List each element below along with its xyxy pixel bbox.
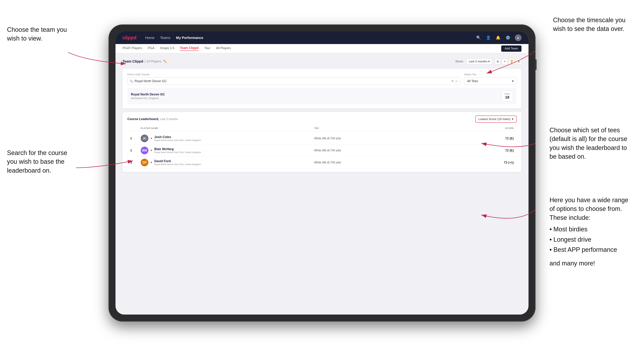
leaderboard-title: Course Leaderboard, — [128, 117, 159, 121]
tab-bar: PGAT Players PGA Hcaps 1-5 Team Clippd T… — [116, 44, 528, 53]
player-avatar-3: DF — [141, 159, 148, 166]
search-row: Find a Golf Course 🔍 ✕ ☆ Select Tee All … — [128, 73, 516, 85]
tab-pgat-players[interactable]: PGAT Players — [122, 46, 142, 51]
player-name-cell-1: Josh Coles Royal North Devon Golf Club, … — [154, 135, 201, 142]
leaderboard-header: Course Leaderboard, Last 3 months Lowest… — [128, 116, 516, 123]
grid-view-icon[interactable]: ⊞ — [495, 59, 500, 64]
table-row: 1 BM ♥ Blair McHarg Royal North Devon Go… — [128, 145, 516, 157]
player-count: | 14 Players — [145, 60, 161, 63]
content-area: Team Clippd | 14 Players ✏️ Show: Last 3… — [116, 53, 528, 177]
list-view-icon[interactable]: ≡ — [502, 59, 508, 64]
score-value-3: 73 (+1) — [488, 161, 514, 165]
bullet-list: Most birdies Longest drive Best APP perf… — [550, 224, 634, 255]
show-label: Show: — [455, 60, 464, 63]
tab-hcaps[interactable]: Hcaps 1-5 — [160, 46, 174, 51]
holes-badge: Holes 18 — [501, 91, 513, 102]
clear-search-button[interactable]: ✕ — [451, 79, 454, 83]
content-header: Team Clippd | 14 Players ✏️ Show: Last 3… — [122, 58, 522, 64]
avatar[interactable]: ▸ — [515, 34, 522, 41]
player-info-1: JC ♥ Josh Coles Royal North Devon Golf C… — [141, 135, 314, 142]
tee-select-dropdown[interactable]: All Tees ▾ — [464, 77, 516, 85]
player-name-1: Josh Coles — [154, 135, 201, 139]
team-name: Team Clippd — [122, 59, 143, 63]
nav-teams[interactable]: Teams — [160, 36, 170, 40]
tablet-device: clippd Home Teams My Performance 🔍 👤 🔔 ⚙… — [108, 24, 536, 322]
player-name-cell-3: David Ford Royal North Devon Golf Club, … — [154, 159, 201, 166]
course-location: Westward Ho!, England — [131, 97, 165, 100]
settings-icon[interactable]: ⚙️ — [505, 35, 511, 40]
favorite-button[interactable]: ☆ — [455, 79, 458, 83]
header-right: Show: Last 3 months ▾ ⊞ ≡ 🏆 ⬇ — [455, 58, 522, 64]
player-rank-3: 3 — [130, 161, 141, 165]
player-avatar-2: BM — [141, 147, 148, 154]
tab-all-players[interactable]: All Players — [216, 46, 231, 51]
holes-number: 18 — [504, 95, 510, 100]
table-row: 3 DF ♥ David Ford Royal North Devon Golf… — [128, 157, 516, 169]
annotation-mid-right: Choose which set of tees (default is all… — [550, 126, 634, 161]
bullet-2: Longest drive — [550, 234, 634, 245]
player-rank-2: 1 — [130, 149, 141, 152]
col-player: PLAYER NAME — [141, 127, 314, 130]
table-row: 1 JC ♥ Josh Coles Royal North Devon Golf… — [128, 133, 516, 145]
find-course-label: Find a Golf Course — [128, 73, 460, 76]
course-name: Royal North Devon GC — [131, 93, 165, 96]
score-select-dropdown[interactable]: Lowest Score (18 holes) ▾ — [475, 116, 516, 123]
tee-info-1: White (M) (6,744 yds) — [314, 137, 488, 140]
show-select[interactable]: Last 3 months ▾ — [466, 58, 492, 64]
player-name-cell-2: Blair McHarg Royal North Devon Golf Club… — [154, 147, 201, 154]
annotation-top-right: Choose the timescale you wish to see the… — [553, 16, 634, 33]
nav-links: Home Teams My Performance — [145, 36, 203, 40]
add-team-button[interactable]: Add Team — [501, 45, 522, 52]
player-name-3: David Ford — [154, 159, 201, 163]
search-panel: Find a Golf Course 🔍 ✕ ☆ Select Tee All … — [122, 69, 522, 109]
side-button — [535, 59, 536, 70]
bullet-3: Best APP performance — [550, 245, 634, 255]
course-search-group: Find a Golf Course 🔍 ✕ ☆ — [128, 73, 460, 85]
annotation-mid-left: Search for the course you wish to base t… — [7, 149, 74, 175]
tee-info-3: White (M) (6,744 yds) — [314, 161, 488, 164]
course-result: Royal North Devon GC Westward Ho!, Engla… — [128, 88, 516, 104]
bullet-1: Most birdies — [550, 224, 634, 234]
view-icons: ⊞ ≡ 🏆 ⬇ — [495, 59, 522, 64]
heart-icon-3[interactable]: ♥ — [150, 161, 152, 164]
and-more: and many more! — [550, 259, 634, 268]
select-tee-label: Select Tee — [464, 73, 516, 76]
tee-info-2: White (M) (6,744 yds) — [314, 149, 488, 152]
player-info-2: BM ♥ Blair McHarg Royal North Devon Golf… — [141, 147, 314, 154]
annotation-bottom-right: Here you have a wide range of options to… — [550, 196, 634, 268]
tab-tour[interactable]: Tour — [204, 46, 210, 51]
player-club-1: Royal North Devon Golf Club, United King… — [154, 139, 201, 142]
bell-icon[interactable]: 🔔 — [495, 35, 501, 40]
leaderboard-subtitle: Last 3 months — [160, 118, 178, 121]
trophy-icon[interactable]: 🏆 — [509, 59, 514, 64]
download-icon[interactable]: ⬇ — [516, 59, 522, 64]
col-score: SCORE — [488, 127, 514, 130]
heart-icon-1[interactable]: ♥ — [150, 137, 152, 140]
search-input-wrap: 🔍 ✕ ☆ — [128, 77, 460, 85]
player-rank-1: 1 — [130, 137, 141, 140]
users-icon[interactable]: 👤 — [486, 35, 491, 40]
course-search-input[interactable] — [134, 79, 451, 83]
col-rank — [130, 127, 141, 130]
player-club-3: Royal North Devon Golf Club, United King… — [154, 163, 201, 166]
chevron-down-icon: ▾ — [512, 79, 514, 83]
nav-my-performance[interactable]: My Performance — [176, 36, 203, 40]
score-value-2: 72 (E) — [488, 149, 514, 152]
edit-icon[interactable]: ✏️ — [163, 60, 167, 63]
search-magnify-icon: 🔍 — [130, 79, 133, 83]
annotation-top-left: Choose the team you wish to view. — [7, 25, 74, 43]
tablet-screen: clippd Home Teams My Performance 🔍 👤 🔔 ⚙… — [116, 31, 528, 315]
logo: clippd — [122, 35, 136, 40]
nav-home[interactable]: Home — [145, 36, 154, 40]
course-info: Royal North Devon GC Westward Ho!, Engla… — [131, 93, 165, 100]
holes-label: Holes — [504, 92, 510, 95]
heart-icon-2[interactable]: ♥ — [150, 149, 152, 152]
player-name-2: Blair McHarg — [154, 147, 201, 151]
table-header: PLAYER NAME TEE SCORE — [128, 126, 516, 131]
tab-team-clippd[interactable]: Team Clippd — [180, 46, 198, 51]
select-tee-group: Select Tee All Tees ▾ — [464, 73, 516, 85]
tab-pga[interactable]: PGA — [148, 46, 154, 51]
nav-bar: clippd Home Teams My Performance 🔍 👤 🔔 ⚙… — [116, 31, 528, 44]
score-chevron-icon: ▾ — [512, 117, 514, 121]
search-icon[interactable]: 🔍 — [476, 35, 481, 40]
